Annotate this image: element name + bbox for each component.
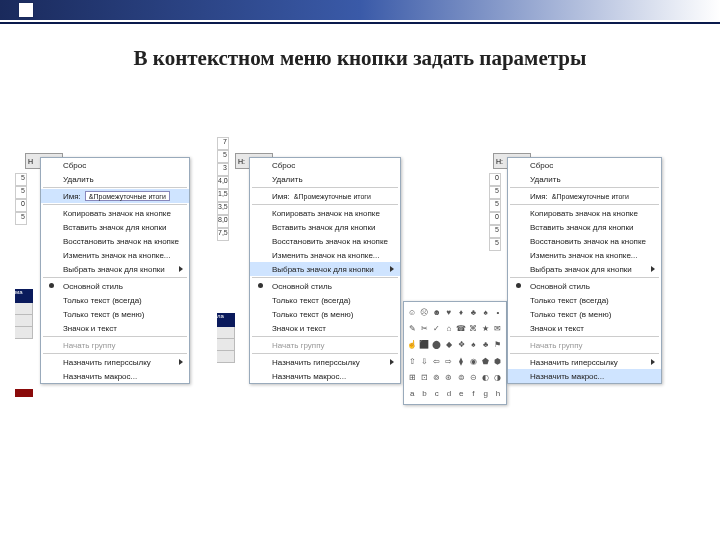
menu-delete[interactable]: Удалить	[508, 172, 661, 186]
picker-icon[interactable]: ❖	[455, 337, 467, 353]
picker-icon[interactable]: ⇦	[431, 353, 443, 369]
picker-icon[interactable]: ◆	[443, 337, 455, 353]
picker-icon[interactable]: ⇧	[406, 353, 418, 369]
gray-cells	[15, 303, 33, 339]
menu-copy-icon[interactable]: Копировать значок на кнопке	[508, 206, 661, 220]
menu-select-icon[interactable]: Выбрать значок для кнопки	[508, 262, 661, 276]
cell	[217, 351, 235, 363]
gray-cells	[217, 327, 235, 363]
picker-icon[interactable]: d	[443, 386, 455, 402]
menu-reset[interactable]: Сброс	[250, 158, 400, 172]
slide-title: В контекстном меню кнопки задать парамет…	[0, 46, 720, 71]
menu-default-style[interactable]: Основной стиль	[508, 279, 661, 293]
submenu-arrow-icon	[390, 359, 394, 365]
picker-icon[interactable]: ♠	[467, 337, 479, 353]
picker-icon[interactable]: ⇨	[443, 353, 455, 369]
cell: 7	[217, 137, 229, 150]
menu-icon-text[interactable]: Значок и текст	[250, 321, 400, 335]
picker-icon[interactable]: ⌂	[443, 320, 455, 336]
menu-restore-icon[interactable]: Восстановить значок на кнопке	[508, 234, 661, 248]
picker-icon[interactable]: ✂	[418, 320, 430, 336]
picker-icon[interactable]: ☎	[455, 320, 467, 336]
menu-delete[interactable]: Удалить	[250, 172, 400, 186]
picker-icon[interactable]: ⧫	[455, 353, 467, 369]
picker-icon[interactable]: ☻	[431, 304, 443, 320]
menu-macro[interactable]: Назначить макрос...	[250, 369, 400, 383]
picker-icon[interactable]: f	[467, 386, 479, 402]
menu-text-menu[interactable]: Только текст (в меню)	[250, 307, 400, 321]
picker-icon[interactable]: ✓	[431, 320, 443, 336]
picker-icon[interactable]: ♦	[455, 304, 467, 320]
picker-icon[interactable]: ⊞	[406, 369, 418, 385]
menu-icon-text[interactable]: Значок и текст	[508, 321, 661, 335]
menu-text-menu[interactable]: Только текст (в меню)	[508, 307, 661, 321]
picker-icon[interactable]: ⊚	[431, 369, 443, 385]
picker-icon[interactable]: ✎	[406, 320, 418, 336]
menu-hyperlink[interactable]: Назначить гиперссылку	[250, 355, 400, 369]
cell	[15, 315, 33, 327]
panel-3: Н: 0 5 5 0 5 5 Сброс Удалить Имя: &Проме…	[489, 135, 694, 520]
picker-icon[interactable]: ⌘	[467, 320, 479, 336]
menu-name-field[interactable]: Имя: &Промежуточные итоги	[250, 189, 400, 203]
context-menu-2: Сброс Удалить Имя: &Промежуточные итоги …	[249, 157, 401, 384]
picker-icon[interactable]: ⊡	[418, 369, 430, 385]
menu-text-always[interactable]: Только текст (всегда)	[41, 293, 189, 307]
menu-macro[interactable]: Назначить макрос...	[41, 369, 189, 383]
menu-change-icon[interactable]: Изменить значок на кнопке...	[41, 248, 189, 262]
menu-text-always[interactable]: Только текст (всегда)	[250, 293, 400, 307]
picker-icon[interactable]: c	[431, 386, 443, 402]
cell: 5	[489, 199, 501, 212]
picker-icon[interactable]: ◉	[467, 353, 479, 369]
picker-icon[interactable]: ♥	[443, 304, 455, 320]
cell: 5	[489, 238, 501, 251]
separator	[510, 187, 659, 188]
menu-select-icon[interactable]: Выбрать значок для кнопки	[41, 262, 189, 276]
menu-restore-icon[interactable]: Восстановить значок на кнопке	[250, 234, 400, 248]
name-label: Имя:	[530, 192, 548, 201]
menu-paste-icon[interactable]: Вставить значок для кнопки	[250, 220, 400, 234]
menu-text-menu[interactable]: Только текст (в меню)	[41, 307, 189, 321]
menu-change-icon[interactable]: Изменить значок на кнопке...	[508, 248, 661, 262]
menu-restore-icon[interactable]: Восстановить значок на кнопке	[41, 234, 189, 248]
menu-paste-icon[interactable]: Вставить значок для кнопки	[508, 220, 661, 234]
menu-name-field[interactable]: Имя: &Промежуточные итоги	[41, 189, 189, 203]
menu-delete[interactable]: Удалить	[41, 172, 189, 186]
picker-icon[interactable]: ☺	[406, 304, 418, 320]
menu-hyperlink[interactable]: Назначить гиперссылку	[41, 355, 189, 369]
menu-start-group: Начать группу	[41, 338, 189, 352]
cell	[15, 303, 33, 315]
menu-hyperlink[interactable]: Назначить гиперссылку	[508, 355, 661, 369]
picker-icon[interactable]: ⊝	[467, 369, 479, 385]
menu-text-always[interactable]: Только текст (всегда)	[508, 293, 661, 307]
picker-icon[interactable]: a	[406, 386, 418, 402]
menu-default-style[interactable]: Основной стиль	[41, 279, 189, 293]
menu-paste-icon[interactable]: Вставить значок для кнопки	[41, 220, 189, 234]
menu-default-style[interactable]: Основной стиль	[250, 279, 400, 293]
picker-icon[interactable]: b	[418, 386, 430, 402]
picker-icon[interactable]: ⬤	[431, 337, 443, 353]
menu-change-icon[interactable]: Изменить значок на кнопке...	[250, 248, 400, 262]
submenu-arrow-icon	[390, 266, 394, 272]
separator	[510, 353, 659, 354]
blue-band: ма	[15, 289, 33, 303]
menu-name-field[interactable]: Имя: &Промежуточные итоги	[508, 189, 661, 203]
menu-macro[interactable]: Назначить макрос...	[508, 369, 661, 383]
menu-icon-text[interactable]: Значок и текст	[41, 321, 189, 335]
menu-copy-icon[interactable]: Копировать значок на кнопке	[41, 206, 189, 220]
picker-icon[interactable]: ☝	[406, 337, 418, 353]
menu-reset[interactable]: Сброс	[41, 158, 189, 172]
picker-icon[interactable]: ⊛	[443, 369, 455, 385]
submenu-arrow-icon	[651, 266, 655, 272]
picker-icon[interactable]: ⊜	[455, 369, 467, 385]
menu-copy-icon[interactable]: Копировать значок на кнопке	[250, 206, 400, 220]
name-input[interactable]: &Промежуточные итоги	[85, 191, 170, 201]
panels-container: Н 5 5 0 5 ма Сброс Удалить Имя: &Промежу…	[15, 135, 705, 520]
radio-icon	[516, 283, 521, 288]
picker-icon[interactable]: ⇩	[418, 353, 430, 369]
picker-icon[interactable]: ☹	[418, 304, 430, 320]
picker-icon[interactable]: ♣	[467, 304, 479, 320]
picker-icon[interactable]: e	[455, 386, 467, 402]
menu-select-icon[interactable]: Выбрать значок для кнопки	[250, 262, 400, 276]
menu-reset[interactable]: Сброс	[508, 158, 661, 172]
picker-icon[interactable]: ⬛	[418, 337, 430, 353]
